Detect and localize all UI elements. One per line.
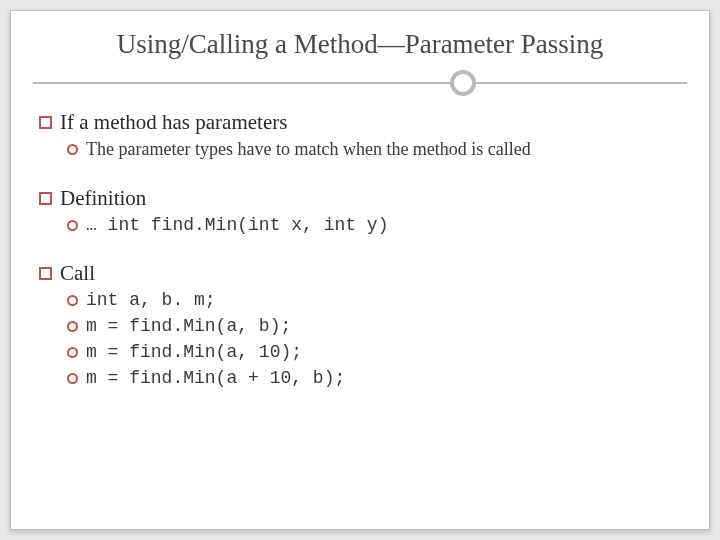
square-bullet-icon: [39, 116, 52, 129]
square-bullet-icon: [39, 192, 52, 205]
ring-bullet-icon: [67, 373, 78, 384]
ring-bullet-icon: [67, 321, 78, 332]
list-item-text: m = find.Min(a + 10, b);: [86, 368, 345, 388]
list-item: … int find.Min(int x, int y): [39, 215, 681, 235]
list-item: int a, b. m;: [39, 290, 681, 310]
slide-content: If a method has parameters The parameter…: [33, 110, 687, 388]
slide: Using/Calling a Method—Parameter Passing…: [10, 10, 710, 530]
section-heading-text: Definition: [60, 186, 146, 211]
title-divider: [33, 70, 687, 96]
list-item: m = find.Min(a, b);: [39, 316, 681, 336]
slide-title: Using/Calling a Method—Parameter Passing: [33, 29, 687, 70]
list-item-text: m = find.Min(a, b);: [86, 316, 291, 336]
list-item: m = find.Min(a, 10);: [39, 342, 681, 362]
section-heading: If a method has parameters: [39, 110, 681, 135]
section-heading-text: Call: [60, 261, 95, 286]
list-item-text: The parameter types have to match when t…: [86, 139, 531, 160]
divider-ring-icon: [450, 70, 476, 96]
ring-bullet-icon: [67, 295, 78, 306]
ring-bullet-icon: [67, 144, 78, 155]
list-item: The parameter types have to match when t…: [39, 139, 681, 160]
section-heading: Call: [39, 261, 681, 286]
ring-bullet-icon: [67, 347, 78, 358]
list-item-text: … int find.Min(int x, int y): [86, 215, 388, 235]
section-heading: Definition: [39, 186, 681, 211]
divider-line: [33, 82, 687, 84]
square-bullet-icon: [39, 267, 52, 280]
list-item-text: int a, b. m;: [86, 290, 216, 310]
section-heading-text: If a method has parameters: [60, 110, 287, 135]
list-item: m = find.Min(a + 10, b);: [39, 368, 681, 388]
list-item-text: m = find.Min(a, 10);: [86, 342, 302, 362]
ring-bullet-icon: [67, 220, 78, 231]
